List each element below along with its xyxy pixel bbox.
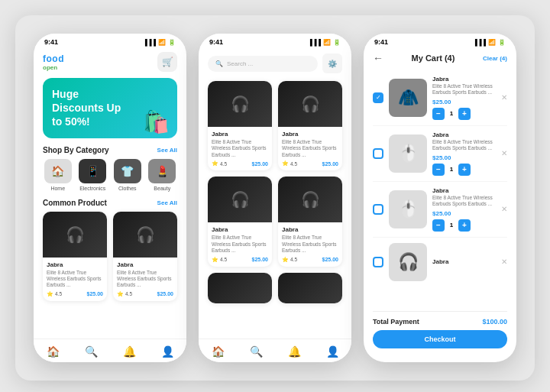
sp-price-1: $25.00 bbox=[252, 161, 268, 167]
clear-button[interactable]: Clear (4) bbox=[483, 55, 507, 62]
sp-desc-4: Elite 8 Active True Wireless Earbuds Spo… bbox=[282, 235, 338, 254]
total-amount: $100.00 bbox=[482, 318, 507, 326]
banner-text: Huge Discounts Up to 50%! bbox=[52, 87, 121, 129]
profile-nav-icon: 👤 bbox=[161, 345, 174, 358]
total-label: Total Payment bbox=[373, 318, 419, 326]
search-nav-icon-s: 🔍 bbox=[250, 345, 263, 358]
status-icons-home: ▐▐▐ 📶 🔋 bbox=[143, 39, 176, 46]
qty-increase-3[interactable]: + bbox=[458, 219, 471, 232]
cart-item-img-4: 🎧 bbox=[389, 243, 427, 281]
sp-desc-1: Elite 8 Active True Wireless Earbuds Spo… bbox=[212, 139, 268, 158]
nav-notification[interactable]: 🔔 bbox=[123, 345, 136, 358]
wifi-icon-s: 📶 bbox=[323, 39, 331, 46]
cart-delete-4[interactable]: ✕ bbox=[501, 258, 507, 266]
cart-item-controls-3: − 1 + bbox=[432, 219, 496, 232]
cart-item-3: 🖱️ Jabra Elite 8 Active True Wireless Ea… bbox=[373, 182, 507, 238]
see-all-categories[interactable]: See All bbox=[157, 147, 177, 154]
nav-search[interactable]: 🔍 bbox=[85, 345, 98, 358]
search-input[interactable]: 🔍 Search ... bbox=[208, 56, 318, 72]
search-product-6[interactable] bbox=[278, 273, 342, 303]
sp-meta-2: ⭐4.5 $25.00 bbox=[282, 160, 338, 167]
checkout-button[interactable]: Checkout bbox=[373, 330, 507, 348]
product-price-1: $25.00 bbox=[87, 291, 103, 296]
cart-item-brand-2: Jabra bbox=[432, 131, 496, 138]
cart-item-controls-2: − 1 + bbox=[432, 164, 496, 176]
cart-item-details-4: Jabra bbox=[432, 258, 496, 265]
category-home[interactable]: 🏠 Home bbox=[43, 159, 73, 191]
cart-title: My Cart (4) bbox=[412, 53, 455, 63]
product-img-1: 🎧 bbox=[43, 212, 107, 258]
qty-decrease-3[interactable]: − bbox=[432, 219, 445, 232]
home-nav-icon: 🏠 bbox=[47, 345, 60, 358]
nav-profile[interactable]: 👤 bbox=[161, 345, 174, 358]
cart-checkbox-3[interactable] bbox=[373, 204, 383, 215]
cart-footer: Total Payment $100.00 Checkout bbox=[373, 311, 507, 353]
cart-checkbox-2[interactable] bbox=[373, 148, 383, 159]
category-beauty-img: 💄 bbox=[148, 159, 176, 183]
search-product-info-4: Jabra Elite 8 Active True Wireless Earbu… bbox=[278, 222, 342, 266]
sp-stars-2: ⭐4.5 bbox=[282, 160, 297, 167]
cart-item-4: 🎧 Jabra ✕ bbox=[373, 238, 507, 287]
categories-list: 🏠 Home 📱 Electronics 👕 Clothes 💄 Beauty bbox=[43, 159, 177, 191]
star-icon-2: ⭐ bbox=[117, 291, 124, 297]
qty-val-2: 1 bbox=[447, 166, 456, 173]
status-bar-cart: 9:41 ▐▐▐ 📶 🔋 bbox=[364, 34, 516, 47]
product-brand-2: Jabra bbox=[117, 261, 173, 268]
search-product-3[interactable]: 🎧 Jabra Elite 8 Active True Wireless Ear… bbox=[208, 177, 272, 266]
status-time-cart: 9:41 bbox=[374, 38, 388, 46]
cart-delete-1[interactable]: ✕ bbox=[501, 93, 507, 102]
nav-notification-s[interactable]: 🔔 bbox=[288, 345, 301, 358]
back-button[interactable]: ← bbox=[373, 52, 383, 64]
search-product-2[interactable]: 🎧 Jabra Elite 8 Active True Wireless Ear… bbox=[278, 81, 342, 170]
qty-decrease-2[interactable]: − bbox=[432, 164, 445, 176]
status-bar-home: 9:41 ▐▐▐ 📶 🔋 bbox=[34, 34, 186, 47]
cart-item-1: 🧥 Jabra Elite 8 Active True Wireless Ear… bbox=[373, 70, 507, 126]
sp-desc-2: Elite 8 Active True Wireless Earbuds Spo… bbox=[282, 139, 338, 158]
cart-item-brand-3: Jabra bbox=[432, 187, 496, 194]
category-electronics[interactable]: 📱 Electronics bbox=[78, 159, 108, 191]
phone-search: 9:41 ▐▐▐ 📶 🔋 🔍 Search ... ⚙️ 🎧 bbox=[199, 34, 351, 362]
sp-stars-1: ⭐4.5 bbox=[212, 160, 227, 167]
qty-increase-2[interactable]: + bbox=[458, 164, 471, 176]
category-clothes[interactable]: 👕 Clothes bbox=[112, 159, 143, 191]
cart-button[interactable]: 🛒 bbox=[157, 52, 177, 72]
wifi-icon: 📶 bbox=[158, 39, 166, 46]
cart-delete-2[interactable]: ✕ bbox=[501, 149, 507, 157]
category-home-img: 🏠 bbox=[44, 159, 72, 183]
see-all-products[interactable]: See All bbox=[157, 199, 177, 206]
sp-meta-3: ⭐4.5 $25.00 bbox=[212, 257, 268, 263]
cart-checkbox-1[interactable] bbox=[373, 92, 383, 103]
qty-decrease-1[interactable]: − bbox=[432, 108, 445, 120]
product-meta-1: ⭐ 4.5 $25.00 bbox=[47, 291, 103, 297]
signal-icon-c: ▐▐▐ bbox=[473, 39, 486, 46]
discount-banner: Huge Discounts Up to 50%! 🛍️ bbox=[43, 78, 177, 138]
search-placeholder: Search ... bbox=[227, 60, 253, 67]
search-product-4[interactable]: 🎧 Jabra Elite 8 Active True Wireless Ear… bbox=[278, 177, 342, 266]
filter-button[interactable]: ⚙️ bbox=[322, 53, 342, 73]
home-nav-icon-s: 🏠 bbox=[212, 345, 225, 358]
nav-home[interactable]: 🏠 bbox=[47, 345, 60, 358]
sp-brand-2: Jabra bbox=[282, 131, 338, 138]
nav-search-s[interactable]: 🔍 bbox=[250, 345, 263, 358]
cart-delete-3[interactable]: ✕ bbox=[501, 205, 507, 213]
logo-food: food bbox=[43, 53, 64, 64]
product-card-1[interactable]: 🎧 Jabra Elite 8 Active True Wireless Ear… bbox=[43, 212, 107, 301]
product-card-2[interactable]: 🎧 Jabra Elite 8 Active True Wireless Ear… bbox=[113, 212, 177, 301]
search-product-5[interactable] bbox=[208, 273, 272, 303]
search-product-1[interactable]: 🎧 Jabra Elite 8 Active True Wireless Ear… bbox=[208, 81, 272, 170]
cart-item-desc-3: Elite 8 Active True Wireless Earbuds Spo… bbox=[432, 195, 496, 208]
category-beauty[interactable]: 💄 Beauty bbox=[147, 159, 178, 191]
battery-icon-c: 🔋 bbox=[498, 39, 506, 46]
search-product-info-1: Jabra Elite 8 Active True Wireless Earbu… bbox=[208, 127, 272, 170]
status-bar-search: 9:41 ▐▐▐ 📶 🔋 bbox=[199, 34, 351, 47]
cart-checkbox-4[interactable] bbox=[373, 257, 383, 267]
profile-nav-icon-s: 👤 bbox=[326, 345, 339, 358]
home-header: food open 🛒 bbox=[43, 47, 177, 78]
qty-val-3: 1 bbox=[447, 222, 456, 228]
nav-profile-s[interactable]: 👤 bbox=[326, 345, 339, 358]
nav-home-s[interactable]: 🏠 bbox=[212, 345, 225, 358]
sp-stars-3: ⭐4.5 bbox=[212, 257, 227, 263]
qty-increase-1[interactable]: + bbox=[458, 108, 471, 120]
cart-item-brand-1: Jabra bbox=[432, 76, 496, 83]
cart-item-details-3: Jabra Elite 8 Active True Wireless Earbu… bbox=[432, 187, 496, 232]
